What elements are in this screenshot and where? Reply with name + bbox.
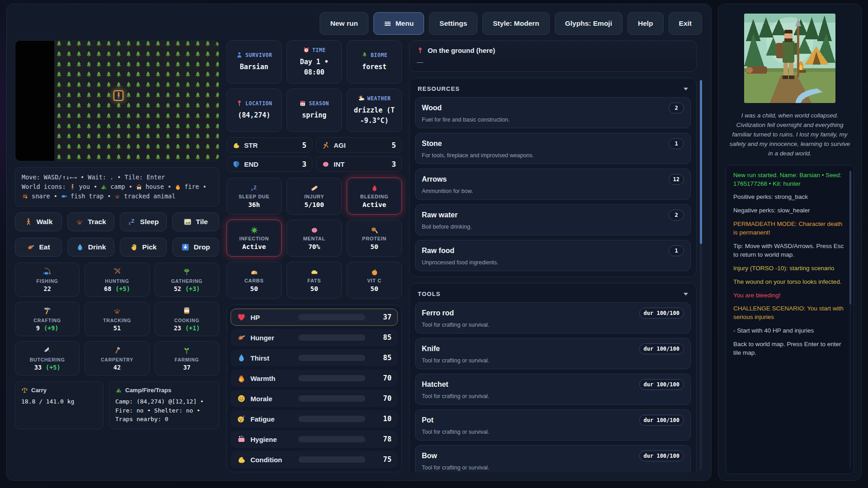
nav-button-label: Settings: [439, 19, 467, 28]
vital-label: HP: [250, 314, 291, 321]
log-message: The wound on your torso looks infected.: [733, 278, 844, 286]
tree-tile: [173, 132, 183, 142]
tree-tile: [183, 80, 193, 90]
tree-tile: [74, 70, 84, 80]
action-button[interactable]: Drink: [67, 238, 114, 257]
action-button[interactable]: Eat: [15, 238, 62, 257]
legend-text: camp •: [110, 182, 132, 192]
tool-item[interactable]: Pot dur 100/100 Tool for crafting or sur…: [415, 409, 691, 441]
tool-description: Tool for crafting or survival.: [422, 429, 684, 435]
tree-tile: [133, 122, 143, 132]
tile-map[interactable]: [15, 40, 219, 161]
tree-tile: [133, 80, 143, 90]
nav-button[interactable]: New run: [320, 12, 368, 35]
skill-cell: BUTCHERING 33 (+5): [15, 341, 80, 375]
info-card-label: BIOME: [371, 52, 387, 58]
tool-item[interactable]: Bow dur 100/100 Tool for crafting or sur…: [415, 445, 691, 472]
tree-tile: [203, 80, 212, 90]
nav-button-label: New run: [330, 19, 358, 28]
nav-button[interactable]: Settings: [429, 12, 477, 35]
nav-button[interactable]: Exit: [669, 12, 702, 35]
tool-name: Pot: [422, 416, 434, 424]
nav-button[interactable]: Style: Modern: [482, 12, 549, 35]
info-card-icon: [236, 52, 243, 58]
tree-tile: [84, 49, 94, 60]
status-tile-icon: [371, 226, 378, 234]
status-tiles: zZ SLEEP DUE 36h INJURY 5/100: [226, 178, 402, 299]
tree-tile: [113, 142, 123, 152]
tree-tile: [153, 49, 163, 60]
tool-item[interactable]: Hatchet dur 100/100 Tool for crafting or…: [415, 374, 691, 405]
character-portrait: [744, 14, 835, 103]
stat-label: END: [244, 160, 259, 168]
player-marker: [113, 90, 123, 101]
tree-tile: [104, 132, 113, 142]
nav-button[interactable]: Menu: [373, 12, 424, 35]
vital-label: Morale: [250, 395, 291, 403]
action-button[interactable]: Pick: [120, 238, 167, 257]
skill-cell: CRAFTING 9 (+9): [15, 302, 80, 336]
vital-bar-track: [298, 395, 365, 402]
action-icon: [27, 243, 35, 251]
vital-value: 70: [373, 394, 392, 403]
log-scrollbar-thumb[interactable]: [849, 171, 851, 305]
resource-item[interactable]: Raw food 1 Unprocessed food ingredients.: [415, 240, 691, 271]
tree-tile: [84, 152, 94, 161]
tree-tile: [143, 101, 153, 111]
tree-tile: [153, 142, 163, 152]
info-card-label: TIME: [312, 47, 326, 53]
stat-icon: [232, 160, 240, 168]
tree-tile: [212, 152, 219, 161]
resource-item[interactable]: Wood 2 Fuel for fire and basic construct…: [415, 97, 691, 128]
resource-description: Unprocessed food ingredients.: [422, 259, 684, 266]
tree-tile: [64, 142, 74, 152]
action-button[interactable]: Tile: [172, 212, 219, 231]
resources-header[interactable]: RESOURCES: [415, 84, 691, 97]
resource-name: Raw food: [422, 247, 454, 255]
skill-icon: [43, 267, 52, 276]
action-button[interactable]: Track: [67, 212, 114, 231]
nav-button[interactable]: Help: [627, 12, 664, 35]
info-card-value: Day 1 • 08:00: [290, 57, 339, 77]
tool-item[interactable]: Ferro rod dur 100/100 Tool for crafting …: [415, 302, 691, 333]
stat-icon: [322, 160, 330, 168]
tool-item[interactable]: Knife dur 100/100 Tool for crafting or s…: [415, 338, 691, 369]
skill-icon: [182, 267, 191, 276]
nav-button[interactable]: Glyphs: Emoji: [555, 12, 623, 35]
event-log[interactable]: New run started. Name: Barsian • Seed: 1…: [726, 165, 854, 474]
ground-scroll-area[interactable]: RESOURCES Wood 2 F: [409, 78, 697, 472]
action-button[interactable]: zZ Sleep: [120, 212, 167, 231]
info-card-value: Barsian: [240, 62, 268, 72]
tree-tile: [163, 132, 173, 142]
ground-scrollbar-thumb[interactable]: [700, 80, 702, 244]
tree-tile: [143, 70, 153, 80]
paw-icon: [114, 193, 121, 200]
tree-tile: [143, 142, 153, 152]
tree-tile: [104, 49, 113, 60]
tree-tile: [183, 122, 193, 132]
info-card-label: SURVIVOR: [245, 52, 272, 58]
tree-tile: [203, 142, 212, 152]
tools-header[interactable]: TOOLS: [415, 289, 691, 302]
status-tile-icon: [311, 226, 318, 234]
legend-text: you •: [79, 182, 98, 192]
resource-item[interactable]: Stone 1 For tools, fireplace and improvi…: [415, 133, 691, 164]
stat-value: 5: [302, 141, 307, 150]
tree-tile: [133, 111, 143, 122]
tile-map-grid: [54, 40, 219, 161]
resource-item[interactable]: Arrows 12 Ammunition for bow.: [415, 169, 691, 200]
tree-tile: [133, 132, 143, 142]
action-button[interactable]: Drop: [172, 238, 219, 257]
info-card-label: LOCATION: [245, 100, 272, 107]
skill-label: FARMING: [175, 357, 199, 362]
ground-scrollbar[interactable]: [700, 80, 702, 470]
tree-tile: [193, 60, 203, 70]
skill-icon: [43, 346, 52, 355]
action-button-label: Sleep: [140, 218, 159, 226]
action-button[interactable]: Walk: [15, 212, 62, 231]
resource-item[interactable]: Raw water 2 Boil before drinking.: [415, 204, 691, 235]
tree-tile: [123, 142, 133, 152]
log-scrollbar[interactable]: [849, 171, 851, 468]
tree-tile: [84, 142, 94, 152]
status-tile-icon: [311, 184, 318, 192]
